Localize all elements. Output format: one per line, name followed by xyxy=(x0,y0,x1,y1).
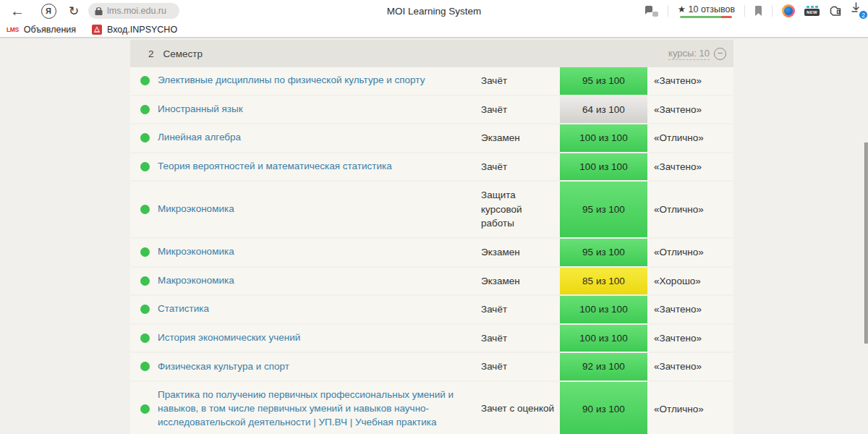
score-cell: 95 из 100 xyxy=(560,239,647,266)
grade-text: «Отлично» xyxy=(647,204,733,215)
video-new-icon[interactable]: NEW xyxy=(804,6,820,16)
course-row: Элективные дисциплины по физической куль… xyxy=(130,67,733,96)
marquee-marks-icon xyxy=(807,6,818,8)
reviews-count-label: 10 отзывов xyxy=(689,4,736,14)
score-cell: 64 из 100 xyxy=(560,96,647,124)
status-dot-icon xyxy=(140,105,150,114)
status-dot-icon xyxy=(140,362,150,371)
course-link[interactable]: Физическая культура и спорт xyxy=(158,354,481,380)
course-row: Макроэкономика Экзамен 85 из 100 «Хорошо… xyxy=(130,268,733,297)
grade-text: «Отлично» xyxy=(647,404,733,414)
courses-count-link[interactable]: курсы: 10 xyxy=(668,48,710,60)
rating-bar xyxy=(680,16,732,18)
lms-favicon: LMS xyxy=(7,26,19,33)
course-link[interactable]: Микроэкономика xyxy=(158,196,481,223)
course-status-cell xyxy=(130,96,158,124)
course-link[interactable]: Элективные дисциплины по физической куль… xyxy=(158,67,481,94)
assessment-type: Зачёт xyxy=(481,296,560,323)
vertical-scrollbar[interactable] xyxy=(864,142,868,344)
address-bar[interactable]: lms.moi.edu.ru xyxy=(88,3,179,19)
course-row: Статистика Зачёт 100 из 100 «Зачтено» xyxy=(130,296,733,325)
score-cell: 85 из 100 xyxy=(560,268,647,295)
collections-icon[interactable] xyxy=(829,6,841,17)
bookmark-label: Объявления xyxy=(24,25,76,35)
grade-text: «Зачтено» xyxy=(647,304,733,315)
assessment-type: Экзамен xyxy=(481,268,560,295)
divider xyxy=(668,5,668,17)
bookmarks-bar: LMS Объявления Вход.INPSYCHO xyxy=(0,22,868,37)
assessment-type: Зачёт xyxy=(481,325,560,352)
score-cell: 95 из 100 xyxy=(560,182,647,237)
course-status-cell xyxy=(130,67,158,95)
score-cell: 100 из 100 xyxy=(560,325,647,352)
lock-icon xyxy=(95,7,103,16)
course-status-cell xyxy=(130,182,158,237)
status-dot-icon xyxy=(140,162,150,171)
grades-panel: 2 Семестр курсы: 10 − Элективные дисципл… xyxy=(130,40,733,434)
course-link[interactable]: Статистика xyxy=(158,296,481,323)
protect-icon[interactable] xyxy=(645,5,658,17)
yandex-home-button[interactable]: Я xyxy=(38,0,59,22)
collapse-icon[interactable]: − xyxy=(714,48,726,60)
yandex-logo-icon: Я xyxy=(41,4,56,19)
courses-table: Элективные дисциплины по физической куль… xyxy=(130,67,733,434)
course-link[interactable]: Иностранный язык xyxy=(158,96,481,123)
status-dot-icon xyxy=(140,205,150,214)
semester-number: 2 xyxy=(148,48,154,59)
assessment-type: Экзамен xyxy=(481,124,560,152)
bookmark-item-inpsycho[interactable]: Вход.INPSYCHO xyxy=(92,25,177,35)
assessment-type: Зачёт xyxy=(481,153,560,181)
lms-page: 2 Семестр курсы: 10 − Элективные дисципл… xyxy=(0,40,868,434)
assessment-type: Экзамен xyxy=(481,239,560,266)
browser-toolbar: ← Я ↻ MOI Learning System lms.moi.edu.ru… xyxy=(0,0,868,22)
course-link[interactable]: Линейная алгебра xyxy=(158,124,481,151)
back-button[interactable]: ← xyxy=(7,0,27,22)
score-cell: 95 из 100 xyxy=(560,67,647,95)
course-status-cell xyxy=(130,153,158,181)
grade-text: «Зачтено» xyxy=(647,161,733,172)
assessment-type: Зачёт xyxy=(481,96,560,124)
grade-text: «Зачтено» xyxy=(647,333,733,344)
score-cell: 92 из 100 xyxy=(560,353,647,380)
assessment-type: Зачет с оценкой xyxy=(481,395,560,422)
site-reviews-button[interactable]: ★ 10 отзывов xyxy=(678,4,735,18)
course-status-cell xyxy=(130,239,158,266)
course-row: Теория вероятностей и математическая ста… xyxy=(130,153,733,182)
course-row: Физическая культура и спорт Зачёт 92 из … xyxy=(130,353,733,382)
bookmark-item-announcements[interactable]: LMS Объявления xyxy=(7,25,76,35)
course-row: Микроэкономика Защита курсовой работы 95… xyxy=(130,182,733,239)
course-status-cell xyxy=(130,296,158,323)
star-icon: ★ xyxy=(678,4,686,14)
status-dot-icon xyxy=(140,247,150,257)
semester-header: 2 Семестр курсы: 10 − xyxy=(130,40,733,67)
score-cell: 100 из 100 xyxy=(560,296,647,323)
bookmark-icon[interactable] xyxy=(754,6,762,16)
course-link[interactable]: Микроэкономика xyxy=(158,239,481,265)
download-count-badge: 2 xyxy=(859,10,868,20)
course-status-cell xyxy=(130,124,158,152)
grade-text: «Хорошо» xyxy=(647,276,733,286)
course-link[interactable]: Макроэкономика xyxy=(158,268,481,294)
bookmark-label: Вход.INPSYCHO xyxy=(107,25,177,35)
course-link[interactable]: Теория вероятностей и математическая ста… xyxy=(158,153,481,180)
score-cell: 90 из 100 xyxy=(560,382,647,434)
status-dot-icon xyxy=(140,76,150,85)
grade-text: «Зачтено» xyxy=(647,104,733,115)
course-link[interactable]: История экономических учений xyxy=(158,325,481,352)
course-link[interactable]: Практика по получению первичных професси… xyxy=(158,382,481,434)
extension-circle-icon[interactable] xyxy=(782,4,795,17)
assessment-type: Защита курсовой работы xyxy=(481,182,560,237)
assessment-type: Зачёт xyxy=(481,353,560,380)
score-cell: 100 из 100 xyxy=(560,153,647,181)
downloads-button[interactable]: 2 xyxy=(851,2,867,20)
grade-text: «Зачтено» xyxy=(647,361,733,372)
divider xyxy=(772,5,773,17)
reload-button[interactable]: ↻ xyxy=(64,0,84,22)
course-status-cell xyxy=(130,353,158,380)
new-badge: NEW xyxy=(804,9,820,16)
score-cell: 100 из 100 xyxy=(560,124,647,152)
course-row: История экономических учений Зачёт 100 и… xyxy=(130,325,733,354)
browser-chrome: ← Я ↻ MOI Learning System lms.moi.edu.ru… xyxy=(0,0,868,38)
url-text: lms.moi.edu.ru xyxy=(107,6,166,16)
course-row: Линейная алгебра Экзамен 100 из 100 «Отл… xyxy=(130,124,733,153)
